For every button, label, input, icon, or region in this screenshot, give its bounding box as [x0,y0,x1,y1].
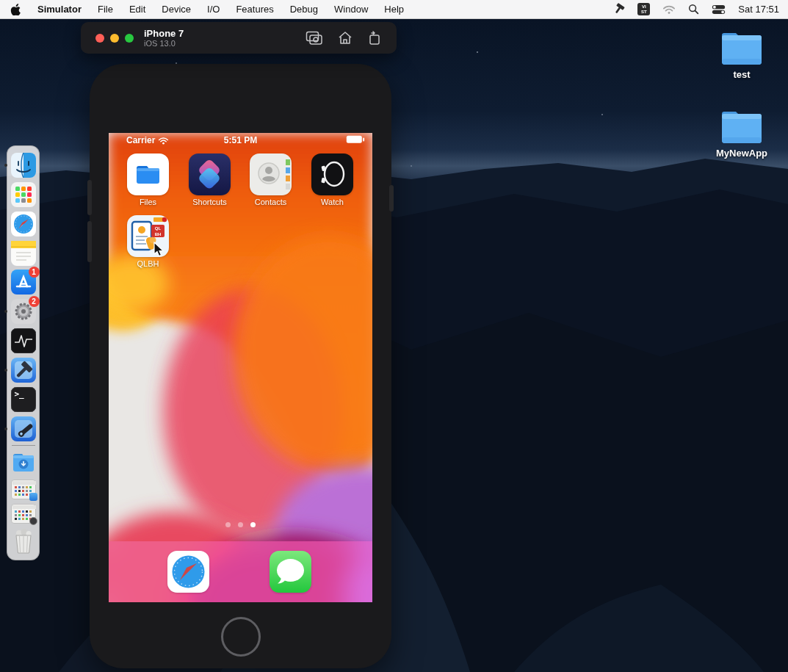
folder-label: test [710,69,773,80]
hammer-status-icon[interactable] [614,3,625,15]
app-store-badge: 1 [29,267,40,278]
system-preferences-badge: 2 [29,296,40,307]
apple-logo-icon[interactable] [10,3,21,15]
waveform-app-icon [11,328,36,353]
menu-bar: Simulator File Edit Device I/O Features … [0,0,788,19]
app-label: QLBH [127,259,169,268]
dock-downloads[interactable] [11,450,36,475]
dock-minimized-window-2[interactable] [11,504,36,524]
app-files[interactable]: Files [127,153,169,206]
simulator-app-icon [11,416,36,441]
desktop-folder-mynewapp[interactable]: MyNewApp [710,108,773,159]
app-label: Contacts [250,198,292,206]
qlbh-icon-badge: QL BH [151,225,165,237]
close-window-button[interactable] [95,34,104,43]
dock-divider [12,445,35,446]
ios-wifi-icon [158,137,169,145]
iphone-home-button[interactable] [221,617,261,657]
safari-icon [11,212,36,236]
macos-desktop: test MyNewApp Simulator File Edit Device… [0,0,788,672]
page-dot-2 [238,522,243,527]
dock-app-safari[interactable] [167,551,209,593]
window-traffic-lights [81,34,134,43]
device-name: iPhone 7 [144,28,184,39]
dock-launchpad[interactable] [11,182,36,207]
dock-xcode[interactable] [11,358,36,383]
app-contacts[interactable]: Contacts [250,153,292,206]
dock-trash[interactable] [11,528,36,553]
contacts-app-icon [250,153,292,195]
minimize-window-button[interactable] [110,34,119,43]
menu-io[interactable]: I/O [207,4,220,15]
input-source-bottom: ST [641,10,647,15]
device-os-version: iOS 13.0 [144,39,184,48]
desktop-folder-test[interactable]: test [710,29,773,80]
iphone-simulator-device: Carrier 5:51 PM [90,64,391,668]
power-button[interactable] [389,185,394,212]
mouse-cursor [153,242,165,259]
volume-down-button[interactable] [87,221,92,262]
macos-dock: 1 2 [7,145,40,560]
ios-dock [109,541,372,602]
launchpad-icon [11,182,36,207]
page-dot-1 [225,522,231,527]
notes-icon [11,241,36,266]
messages-icon [270,551,311,593]
dock-system-preferences[interactable]: 2 [11,299,36,324]
shortcuts-app-icon [189,153,231,195]
dock-simulator[interactable] [11,416,36,441]
qlbh-badge-line2: BH [155,231,162,237]
safari-ios-icon [167,551,209,593]
dock-finder[interactable] [11,153,36,178]
menu-clock[interactable]: Sat 17:51 [738,4,779,15]
minimized-window-app-badge [29,517,37,525]
files-app-icon [127,153,169,195]
dock-app-store[interactable]: 1 [11,270,36,295]
page-dot-3-active [250,522,256,527]
menu-edit[interactable]: Edit [129,4,145,15]
xcode-icon [11,358,36,383]
simulator-device-title: iPhone 7 iOS 13.0 [144,28,184,48]
dock-notes[interactable] [11,241,36,266]
app-watch[interactable]: Watch [311,153,353,206]
trash-full-icon [11,528,36,554]
dock-minimized-window-1[interactable] [11,480,36,499]
control-center-icon[interactable] [712,4,726,15]
app-label: Watch [311,198,353,206]
menu-device[interactable]: Device [162,4,191,15]
spotlight-search-icon[interactable] [688,4,699,15]
battery-icon [346,135,365,144]
iphone-screen: Carrier 5:51 PM [109,133,372,602]
dock-safari[interactable] [11,212,36,236]
simulator-window-titlebar[interactable]: iPhone 7 iOS 13.0 [81,22,397,54]
dock-terminal[interactable]: >_ [11,387,36,412]
dock-app-messages[interactable] [270,551,311,593]
menu-window[interactable]: Window [334,4,368,15]
folder-icon [719,29,764,68]
volume-up-button[interactable] [87,180,92,215]
terminal-prompt-glyph: >_ [15,389,24,399]
downloads-folder-icon [11,450,36,475]
rotate-device-button-icon[interactable] [367,31,382,46]
app-label: Shortcuts [189,198,231,206]
input-source-top: VI [642,4,646,10]
screenshot-button-icon[interactable] [306,31,323,46]
home-button-icon[interactable] [337,31,353,46]
app-label: Files [127,198,169,206]
input-source-icon[interactable]: VI ST [637,3,650,15]
watch-app-icon [311,153,353,195]
wifi-status-icon[interactable] [662,4,676,15]
zoom-window-button[interactable] [125,34,134,43]
carrier-label: Carrier [126,135,155,145]
menu-app-name[interactable]: Simulator [37,4,82,15]
menu-features[interactable]: Features [236,4,273,15]
app-shortcuts[interactable]: Shortcuts [189,153,231,206]
menu-help[interactable]: Help [384,4,404,15]
menu-debug[interactable]: Debug [290,4,318,15]
menu-file[interactable]: File [98,4,113,15]
finder-icon [11,153,36,178]
ios-status-bar: Carrier 5:51 PM [109,133,372,148]
minimized-window-app-badge [29,493,37,501]
folder-label: MyNewApp [710,148,773,159]
dock-waveform-app[interactable] [11,328,36,353]
